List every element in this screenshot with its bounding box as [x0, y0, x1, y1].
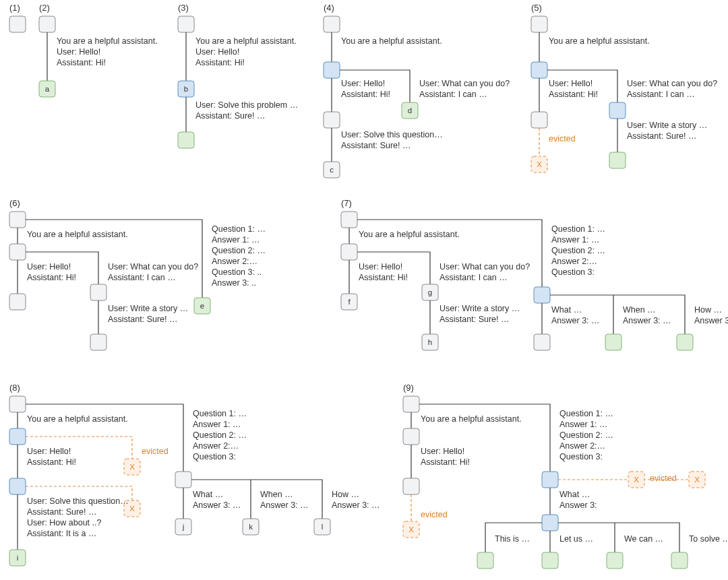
p7-q2: Question 2: … — [551, 246, 605, 255]
p6-l-u: User: Hello! — [27, 262, 71, 271]
panel-4-label: (4) — [324, 3, 334, 13]
p5-r-a2: Assistant: Sure! … — [627, 131, 697, 141]
p7-m-u2: User: Write a story … — [439, 304, 520, 313]
p5-r-u: User: What can you do? — [627, 79, 717, 88]
p7-what-a: Answer 3: … — [551, 316, 600, 325]
p5-root — [531, 16, 547, 32]
p9-inner-fork — [542, 515, 558, 531]
p9-sys: You are a helpful assistant. — [421, 414, 522, 424]
panel-3-label: (3) — [178, 3, 189, 13]
p5-evict-label: evicted — [549, 134, 576, 143]
p4-l-u: User: Hello! — [341, 79, 385, 88]
p8-ev1-x: X — [129, 463, 135, 471]
p6-l-leaf — [9, 294, 26, 310]
p2-sys: You are a helpful assistant. — [57, 36, 158, 46]
p4-l-a: Assistant: Hi! — [341, 90, 390, 99]
p7-what-leaf — [534, 334, 550, 350]
p6-m-a: Assistant: I can … — [108, 273, 176, 282]
p8-what-a: Answer 3: … — [193, 501, 241, 510]
p5-r-a: Assistant: I can … — [627, 90, 695, 99]
p6-m-u2: User: Write a story … — [108, 304, 188, 313]
p8-how: How … — [332, 490, 359, 499]
tree-diagram-figure: (1) (2) You are a helpful assistant. Use… — [0, 0, 728, 580]
p3-leaf — [178, 132, 194, 148]
p4-root — [324, 16, 340, 32]
p7-how: How … — [694, 305, 722, 315]
p9-t3: We can … — [624, 534, 663, 544]
p7-when-a: Answer 3: … — [623, 316, 671, 325]
p9-a1: Assistant: Hi! — [421, 457, 470, 467]
p7-how-leaf — [677, 334, 693, 350]
p8-qfork-c — [183, 480, 322, 519]
p4-l-u2: User: Solve this question… — [341, 130, 443, 139]
p9-evL-t: evicted — [421, 510, 448, 519]
p8-ev1-t: evicted — [142, 447, 169, 456]
p7-l-a: Assistant: Hi! — [359, 273, 408, 282]
p6-root — [9, 212, 26, 228]
p7-qfork-c — [542, 295, 685, 334]
p3-a2: Assistant: Sure! … — [195, 111, 266, 121]
panel-9-label: (9) — [403, 383, 414, 393]
p8-when-a: Answer 3: … — [260, 501, 309, 510]
p6-m-node — [90, 284, 107, 300]
p8-a1q: Answer 1: … — [193, 420, 241, 429]
p7-root — [341, 212, 357, 228]
p7-q-fork — [534, 287, 550, 303]
p2-leaf-a-label: a — [45, 85, 50, 93]
p8-leaf-i-label: i — [17, 554, 19, 562]
p6-q3: Question 3: .. — [212, 267, 262, 277]
p8-ev2-x: X — [129, 505, 135, 513]
p8-when: When … — [260, 490, 293, 499]
p7-m-a: Assistant: I can … — [439, 273, 508, 282]
p5-sys: You are a helpful assistant. — [549, 36, 650, 46]
p9-q2: Question 2: … — [559, 430, 613, 440]
p7-sys: You are a helpful assistant. — [359, 230, 460, 239]
p6-m-u: User: What can you do? — [108, 262, 198, 271]
p5-l-u: User: Hello! — [549, 79, 593, 88]
p9-t4: To solve … — [689, 534, 728, 544]
p9-t1: This is … — [495, 534, 530, 544]
p6-q2: Question 2: … — [212, 246, 266, 255]
p8-j-label: j — [182, 523, 185, 531]
p2-a1: Assistant: Hi! — [57, 58, 106, 67]
p7-what: What … — [551, 305, 582, 315]
panel-5-label: (5) — [531, 3, 542, 13]
p3-node-b-label: b — [184, 85, 188, 93]
p7-m-u: User: What can you do? — [439, 262, 530, 271]
p7-a1: Answer 1: … — [551, 235, 600, 245]
p4-r-u: User: What can you do? — [419, 79, 510, 88]
p8-how-a: Answer 3: … — [332, 501, 380, 510]
p9-a1q: Answer 1: … — [559, 420, 608, 429]
p3-sys: You are a helpful assistant. — [195, 36, 297, 46]
p8-q2: Question 2: … — [193, 430, 247, 440]
p9-what-a: Answer 3: — [559, 501, 597, 510]
p3-a1: Assistant: Hi! — [195, 58, 245, 67]
p9-evR2-x: X — [694, 476, 700, 484]
p9-q3: Question 3: — [559, 452, 603, 461]
p8-a2q: Answer 2:… — [193, 441, 239, 451]
p5-r-leaf — [609, 152, 626, 168]
panel-6-label: (6) — [9, 198, 20, 208]
p9-evR-t: evicted — [650, 474, 677, 483]
p9-leaf1 — [477, 552, 493, 569]
p7-when-leaf — [605, 334, 621, 350]
p9-evR1-x: X — [634, 476, 639, 484]
p8-b2 — [9, 478, 26, 494]
p7-q1: Question 1: … — [551, 224, 605, 234]
p4-r-a: Assistant: I can … — [419, 90, 487, 99]
p8-u1: User: Hello! — [27, 447, 71, 456]
p6-q1: Question 1: … — [212, 224, 266, 234]
p5-fork — [531, 62, 547, 78]
p6-sys: You are a helpful assistant. — [27, 230, 128, 239]
p9-n2 — [403, 478, 419, 494]
p7-q3: Question 3: — [551, 267, 595, 277]
p9-u1: User: Hello! — [421, 447, 464, 456]
p9-leaf4 — [671, 552, 688, 569]
p9-what: What … — [559, 490, 590, 499]
p9-q-fork — [542, 472, 558, 488]
panel-7-label: (7) — [341, 198, 352, 208]
p8-sys: You are a helpful assistant. — [27, 414, 128, 424]
p6-m-a2: Assistant: Sure! … — [108, 315, 178, 324]
p7-l-u: User: Hello! — [359, 262, 402, 271]
p8-u3: User: How about ..? — [27, 518, 102, 527]
